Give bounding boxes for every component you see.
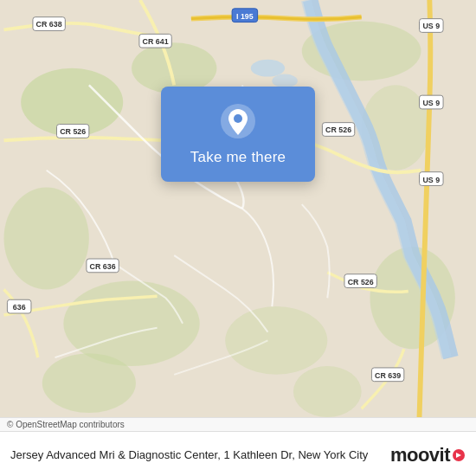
map-background: CR 638 CR 641 I 195 US 9 US 9 CR 526 CR … xyxy=(0,0,476,417)
svg-text:US 9: US 9 xyxy=(422,176,440,184)
svg-text:CR 636: CR 636 xyxy=(90,262,116,271)
moovit-logo: moovit xyxy=(390,444,466,466)
svg-point-38 xyxy=(234,114,242,123)
copyright-text: © OpenStreetMap contributors xyxy=(7,420,125,429)
bottom-info: Jersey Advanced Mri & Diagnostic Center,… xyxy=(10,447,383,463)
place-name: Jersey Advanced Mri & Diagnostic Center,… xyxy=(10,448,368,461)
location-pin-icon xyxy=(219,102,257,140)
svg-point-6 xyxy=(63,281,199,366)
svg-text:US 9: US 9 xyxy=(422,99,440,107)
map-container: CR 638 CR 641 I 195 US 9 US 9 CR 526 CR … xyxy=(0,0,476,417)
svg-text:CR 639: CR 639 xyxy=(375,371,401,380)
svg-point-9 xyxy=(293,366,362,417)
svg-text:636: 636 xyxy=(13,303,26,312)
svg-text:US 9: US 9 xyxy=(422,22,440,30)
moovit-icon xyxy=(452,448,466,462)
svg-text:CR 526: CR 526 xyxy=(325,125,351,134)
svg-point-10 xyxy=(42,353,136,413)
svg-text:CR 526: CR 526 xyxy=(348,278,374,286)
svg-text:I 195: I 195 xyxy=(236,12,254,21)
svg-point-7 xyxy=(225,306,327,375)
svg-text:CR 526: CR 526 xyxy=(60,127,86,136)
svg-text:CR 638: CR 638 xyxy=(36,20,62,29)
take-me-there-popup[interactable]: Take me there xyxy=(161,87,315,182)
svg-point-5 xyxy=(3,187,88,289)
moovit-text: moovit xyxy=(390,444,450,466)
svg-point-11 xyxy=(251,60,285,77)
svg-text:CR 641: CR 641 xyxy=(143,37,169,46)
svg-point-12 xyxy=(272,74,298,88)
copyright-bar: © OpenStreetMap contributors xyxy=(0,417,476,431)
bottom-bar: Jersey Advanced Mri & Diagnostic Center,… xyxy=(0,431,476,476)
take-me-there-label: Take me there xyxy=(190,149,286,166)
app: CR 638 CR 641 I 195 US 9 US 9 CR 526 CR … xyxy=(0,0,476,476)
